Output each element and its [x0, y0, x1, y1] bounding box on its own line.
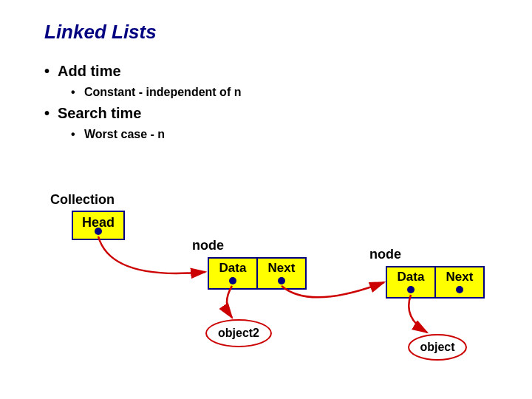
pointer-dot-icon: [456, 286, 463, 293]
collection-label: Collection: [50, 192, 115, 208]
next-text: Next: [446, 270, 474, 284]
bullet-text: Constant - independent of n: [84, 86, 241, 98]
bullet-text: Add time: [58, 63, 121, 79]
pointer-dot-icon: [278, 277, 285, 284]
bullet-l2: •Worst case - n: [71, 128, 241, 141]
data-text: Data: [219, 261, 247, 275]
object2-text: object2: [218, 327, 259, 340]
bullet-list: •Add time •Constant - independent of n •…: [44, 63, 241, 147]
pointer-dot-icon: [407, 286, 415, 293]
object-ellipse: object: [408, 334, 467, 361]
node1-box: Data Next: [208, 257, 307, 290]
data-cell: Data: [208, 257, 258, 290]
pointer-dot-icon: [229, 277, 236, 284]
bullet-l1: •Search time: [44, 105, 241, 122]
slide-title: Linked Lists: [44, 21, 157, 44]
head-box: Head: [72, 211, 125, 240]
object-text: object: [420, 341, 454, 354]
data-cell: Data: [386, 266, 436, 299]
node2-label: node: [369, 247, 401, 262]
arrow-head-to-node1: [98, 236, 205, 273]
node1-label: node: [192, 238, 224, 253]
pointer-dot-icon: [95, 228, 102, 235]
next-cell: Next: [256, 257, 307, 290]
bullet-text: Search time: [58, 105, 141, 121]
bullet-l2: •Constant - independent of n: [71, 86, 241, 99]
next-text: Next: [268, 261, 296, 275]
bullet-l1: •Add time: [44, 63, 241, 80]
node2-box: Data Next: [386, 266, 485, 299]
arrow-data2-to-object: [409, 295, 427, 332]
next-cell: Next: [434, 266, 485, 299]
bullet-text: Worst case - n: [84, 128, 165, 140]
object2-ellipse: object2: [205, 319, 272, 347]
data-text: Data: [398, 270, 425, 284]
arrow-data1-to-object2: [227, 286, 232, 318]
